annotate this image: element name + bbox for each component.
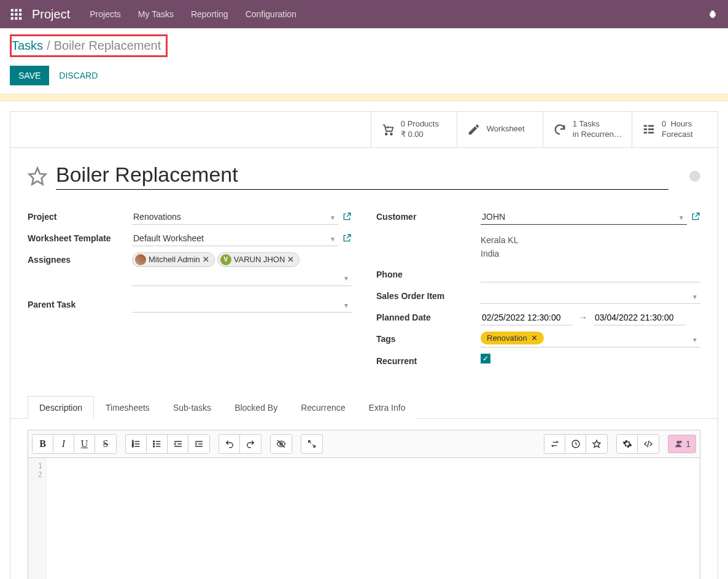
task-title-input[interactable]: [56, 163, 668, 190]
project-label: Project: [28, 209, 132, 222]
discard-button[interactable]: DISCARD: [59, 71, 98, 80]
recurrent-checkbox[interactable]: ✓: [481, 354, 490, 363]
stat-forecast[interactable]: 0 Hours Forecast: [632, 112, 718, 147]
assignees-add-line[interactable]: ▼: [132, 271, 352, 286]
breadcrumb-current: Boiler Replacement: [54, 39, 161, 53]
breadcrumb-root[interactable]: Tasks: [12, 39, 43, 53]
svg-point-22: [153, 443, 154, 445]
customer-label: Customer: [376, 209, 481, 222]
apps-icon[interactable]: [10, 8, 22, 20]
swap-button[interactable]: [544, 435, 565, 453]
arrow-right-icon: →: [579, 313, 587, 322]
underline-button[interactable]: U: [74, 435, 95, 453]
description-editor[interactable]: [47, 458, 700, 579]
svg-point-23: [153, 446, 154, 447]
svg-rect-11: [644, 125, 648, 127]
star-button[interactable]: [586, 435, 607, 453]
indent-button[interactable]: [188, 435, 209, 453]
svg-rect-2: [19, 9, 21, 12]
pencil-icon: [467, 123, 481, 136]
planned-date-label: Planned Date: [376, 310, 481, 322]
star-icon[interactable]: [28, 166, 47, 186]
nav-my-tasks[interactable]: My Tasks: [138, 9, 174, 19]
assignee-chip: V VARUN JHON ✕: [217, 252, 300, 267]
alert-bar: [0, 94, 728, 101]
stat-recurrence[interactable]: 1 Tasks in Recurren…: [543, 112, 632, 147]
project-input[interactable]: [132, 209, 338, 225]
tab-recurrence[interactable]: Recurrence: [289, 396, 357, 419]
remove-icon[interactable]: ✕: [531, 333, 538, 343]
svg-rect-8: [19, 17, 21, 20]
tag-chip: Renovation ✕: [481, 332, 544, 344]
planned-date-start[interactable]: [481, 310, 573, 325]
svg-rect-15: [644, 132, 648, 134]
tab-blocked-by[interactable]: Blocked By: [223, 396, 289, 419]
remove-icon[interactable]: ✕: [203, 255, 209, 264]
svg-rect-5: [19, 13, 21, 15]
stat-products[interactable]: 0 Products ₹ 0.00: [371, 112, 457, 147]
customer-address: Kerala KL India: [481, 233, 518, 261]
parent-task-input[interactable]: [132, 297, 352, 313]
svg-rect-14: [648, 128, 654, 130]
tasks-icon: [642, 123, 656, 136]
svg-point-10: [390, 133, 392, 135]
parent-task-label: Parent Task: [28, 297, 132, 309]
cart-icon: [381, 123, 395, 136]
undo-button[interactable]: [219, 435, 240, 453]
assignees-label: Assignees: [28, 252, 132, 265]
code-button[interactable]: [638, 435, 659, 453]
redo-button[interactable]: [240, 435, 261, 453]
svg-rect-4: [15, 13, 17, 15]
svg-rect-7: [15, 17, 17, 20]
external-link-icon[interactable]: [342, 233, 352, 243]
sales-order-input[interactable]: [481, 289, 700, 304]
sales-order-label: Sales Order Item: [376, 289, 481, 301]
nav-projects[interactable]: Projects: [90, 9, 121, 19]
avatar: [135, 254, 146, 265]
svg-marker-26: [593, 440, 600, 448]
outdent-button[interactable]: [168, 435, 188, 453]
customer-input[interactable]: [481, 209, 687, 225]
unordered-list-button[interactable]: [147, 435, 168, 453]
tab-description[interactable]: Description: [28, 396, 94, 419]
visibility-button[interactable]: [271, 435, 292, 453]
stat-worksheet[interactable]: Worksheet: [457, 112, 543, 147]
recurrent-label: Recurrent: [376, 354, 481, 366]
fullscreen-button[interactable]: [301, 435, 322, 453]
editor-gutter: 1 2: [28, 458, 47, 579]
assignees-field[interactable]: Mitchell Admin ✕ V VARUN JHON ✕: [132, 252, 352, 269]
worksheet-template-label: Worksheet Template: [28, 231, 132, 243]
svg-rect-1: [15, 9, 17, 12]
svg-marker-17: [29, 168, 46, 184]
gear-button[interactable]: [617, 435, 638, 453]
external-link-icon[interactable]: [691, 212, 700, 222]
strikethrough-button[interactable]: S: [95, 435, 116, 453]
ordered-list-button[interactable]: 123: [126, 435, 147, 453]
phone-input[interactable]: [481, 267, 700, 282]
tags-label: Tags: [376, 332, 481, 344]
external-link-icon[interactable]: [342, 212, 352, 222]
brand-title: Project: [32, 7, 70, 21]
remove-icon[interactable]: ✕: [287, 255, 294, 264]
tab-sub-tasks[interactable]: Sub-tasks: [161, 396, 223, 419]
bold-button[interactable]: B: [33, 435, 53, 453]
breadcrumb-sep: /: [47, 39, 50, 53]
kanban-state-dot[interactable]: [689, 171, 700, 182]
tab-timesheets[interactable]: Timesheets: [94, 396, 161, 419]
save-button[interactable]: SAVE: [10, 66, 49, 85]
nav-reporting[interactable]: Reporting: [191, 9, 228, 19]
nav-configuration[interactable]: Configuration: [246, 9, 296, 19]
svg-rect-12: [648, 125, 654, 127]
svg-rect-3: [11, 13, 14, 15]
planned-date-end[interactable]: [594, 310, 686, 325]
assignee-chip: Mitchell Admin ✕: [132, 252, 215, 267]
collaborators-badge[interactable]: 1: [668, 435, 696, 453]
bug-icon[interactable]: [707, 9, 718, 20]
breadcrumb: Tasks / Boiler Replacement: [10, 34, 168, 57]
clock-button[interactable]: [565, 435, 586, 453]
svg-rect-13: [644, 128, 648, 130]
italic-button[interactable]: I: [53, 435, 74, 453]
chevron-down-icon: ▼: [692, 336, 698, 343]
worksheet-template-input[interactable]: [132, 231, 338, 246]
tab-extra-info[interactable]: Extra Info: [357, 396, 417, 419]
